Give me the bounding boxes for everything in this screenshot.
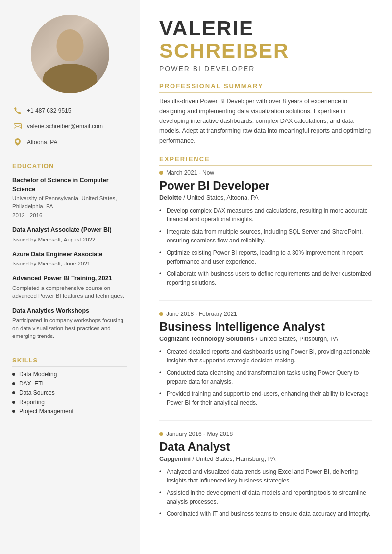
skill-label-4: Project Management [19,408,74,415]
exp-company-name-0: Deloitte [159,194,182,201]
summary-section-title: PROFESSIONAL SUMMARY [159,82,372,93]
bullet-1-0: Created detailed reports and dashboards … [159,347,372,365]
skill-label-0: Data Modeling [19,371,57,378]
edu-sub-0a: University of Pennsylvania, United State… [12,194,127,210]
skill-1: DAX, ETL [12,380,127,387]
sidebar: +1 487 632 9515 valerie.schreiber@email.… [0,0,140,554]
exp-company-2: Capgemini / United States, Harrisburg, P… [159,456,372,462]
location-item: Altoona, PA [12,137,127,147]
education-section: EDUCATION Bachelor of Science in Compute… [12,162,127,347]
exp-item-1: June 2018 - February 2021 Business Intel… [159,311,372,421]
skill-bullet-2 [12,391,15,394]
skill-bullet-1 [12,382,15,385]
edu-title-3: Advanced Power BI Training, 2021 [12,274,127,283]
experience-section-title: EXPERIENCE [159,155,372,166]
date-dot-1 [159,312,163,316]
edu-sub-2a: Issued by Microsoft, June 2021 [12,260,127,267]
education-list: Bachelor of Science in Computer Science … [12,176,127,340]
exp-company-name-2: Capgemini [159,456,191,462]
avatar [31,15,109,93]
exp-item-0: March 2021 - Now Power BI Developer Delo… [159,169,372,301]
skills-title: SKILLS [12,357,127,367]
bullet-2-1: Assisted in the development of data mode… [159,488,372,506]
bullet-0-0: Develop complex DAX measures and calcula… [159,206,372,224]
date-dot-2 [159,432,163,436]
bullet-1-2: Provided training and support to end-use… [159,389,372,407]
bullet-0-3: Collaborate with business users to defin… [159,269,372,287]
date-dot-0 [159,171,163,175]
edu-title-1: Data Analyst Associate (Power BI) [12,226,127,235]
edu-title-4: Data Analytics Workshops [12,307,127,315]
skill-bullet-3 [12,401,15,404]
skill-0: Data Modeling [12,371,127,378]
exp-role-1: Business Intelligence Analyst [159,320,372,334]
exp-company-1: Cognizant Technology Solutions / United … [159,336,372,342]
exp-date-2: January 2016 - May 2018 [159,431,372,437]
edu-item-2: Azure Data Engineer Associate Issued by … [12,250,127,268]
skill-bullet-4 [12,410,15,413]
skills-section: SKILLS Data Modeling DAX, ETL Data Sourc… [12,357,127,417]
edu-item-0: Bachelor of Science in Computer Science … [12,176,127,219]
edu-title-0: Bachelor of Science in Computer Science [12,176,127,193]
exp-bullets-2: Analyzed and visualized data trends usin… [159,467,372,518]
education-title: EDUCATION [12,162,127,172]
phone-icon [12,105,23,116]
full-name: VALERIE SCHREIBER [159,17,372,62]
skill-label-1: DAX, ETL [19,380,45,387]
skill-4: Project Management [12,408,127,415]
edu-sub-4a: Participated in company workshops focusi… [12,316,127,340]
exp-bullets-1: Created detailed reports and dashboards … [159,347,372,407]
exp-date-1: June 2018 - February 2021 [159,311,372,317]
skill-label-2: Data Sources [19,389,55,396]
edu-sub-1a: Issued by Microsoft, August 2022 [12,236,127,243]
skill-3: Reporting [12,399,127,406]
experience-list: March 2021 - Now Power BI Developer Delo… [159,169,372,531]
job-title: POWER BI DEVELOPER [159,65,372,72]
edu-title-2: Azure Data Engineer Associate [12,250,127,259]
exp-location-0: United States, Altoona, PA [187,194,258,201]
location-text: Altoona, PA [27,139,57,145]
email-item: valerie.schreiber@email.com [12,121,127,132]
exp-role-0: Power BI Developer [159,179,372,193]
exp-role-2: Data Analyst [159,440,372,454]
bullet-0-2: Optimize existing Power BI reports, lead… [159,248,372,266]
phone-text: +1 487 632 9515 [27,107,71,114]
exp-company-0: Deloitte / United States, Altoona, PA [159,194,372,201]
skill-label-3: Reporting [19,399,45,406]
edu-sub-0b: 2012 - 2016 [12,211,127,219]
bullet-1-1: Conducted data cleansing and transformat… [159,368,372,386]
location-icon [12,137,23,147]
exp-location-2: United States, Harrisburg, PA [196,456,275,462]
email-icon [12,121,23,132]
bullet-2-0: Analyzed and visualized data trends usin… [159,467,372,485]
exp-bullets-0: Develop complex DAX measures and calcula… [159,206,372,287]
edu-sub-3a: Completed a comprehensive course on adva… [12,284,127,300]
first-name: VALERIE [159,17,254,40]
bullet-2-2: Coordinated with IT and business teams t… [159,509,372,518]
edu-item-1: Data Analyst Associate (Power BI) Issued… [12,226,127,243]
exp-location-1: United States, Pittsburgh, PA [259,336,338,342]
exp-date-0: March 2021 - Now [159,169,372,176]
name-section: VALERIE SCHREIBER POWER BI DEVELOPER [159,17,372,72]
exp-company-name-1: Cognizant Technology Solutions [159,336,254,342]
last-name: SCHREIBER [159,39,289,62]
contact-info: +1 487 632 9515 valerie.schreiber@email.… [12,105,127,152]
skill-2: Data Sources [12,389,127,396]
skill-bullet-0 [12,373,15,376]
summary-text: Results-driven Power BI Developer with o… [159,96,372,145]
edu-item-4: Data Analytics Workshops Participated in… [12,307,127,340]
bullet-0-1: Integrate data from multiple sources, in… [159,227,372,245]
email-text: valerie.schreiber@email.com [27,123,103,130]
main-content: VALERIE SCHREIBER POWER BI DEVELOPER PRO… [140,0,392,554]
edu-item-3: Advanced Power BI Training, 2021 Complet… [12,274,127,300]
phone-item: +1 487 632 9515 [12,105,127,116]
skills-list: Data Modeling DAX, ETL Data Sources Repo… [12,371,127,415]
exp-item-2: January 2016 - May 2018 Data Analyst Cap… [159,431,372,531]
